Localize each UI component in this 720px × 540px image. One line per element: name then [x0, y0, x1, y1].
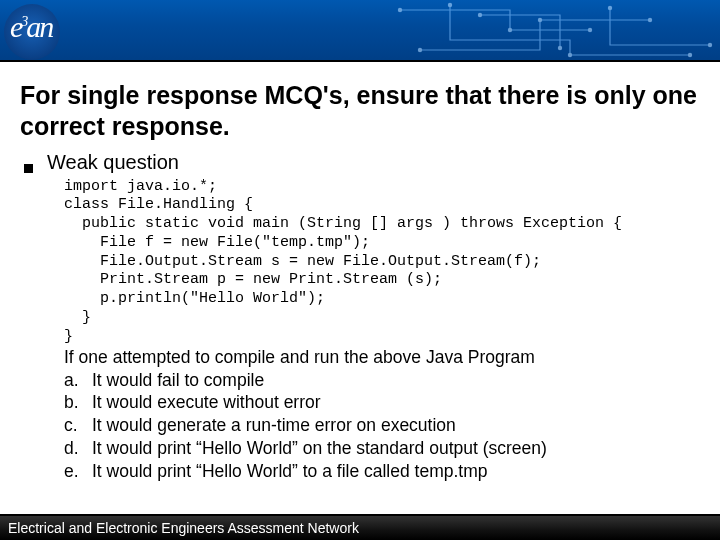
svg-point-0 [508, 28, 512, 32]
option-letter: d. [64, 437, 84, 460]
svg-point-6 [708, 43, 712, 47]
svg-point-7 [558, 46, 562, 50]
circuit-decoration [390, 0, 720, 62]
option-letter: a. [64, 369, 84, 392]
svg-point-2 [538, 18, 542, 22]
option-text: It would generate a run-time error on ex… [92, 414, 456, 437]
option-row: b.It would execute without error [64, 391, 700, 414]
header-band: e3an [0, 0, 720, 62]
square-bullet-icon [24, 164, 33, 173]
option-text: It would print “Hello World” to a file c… [92, 460, 488, 483]
svg-point-8 [398, 8, 402, 12]
subheading: Weak question [47, 151, 179, 174]
svg-point-10 [448, 3, 452, 7]
footer-text: Electrical and Electronic Engineers Asse… [8, 520, 359, 536]
option-letter: b. [64, 391, 84, 414]
question-prompt: If one attempted to compile and run the … [64, 346, 700, 368]
option-letter: e. [64, 460, 84, 483]
svg-point-5 [688, 53, 692, 57]
footer-bar: Electrical and Electronic Engineers Asse… [0, 516, 720, 540]
option-row: a.It would fail to compile [64, 369, 700, 392]
svg-point-1 [588, 28, 592, 32]
option-row: d.It would print “Hello World” on the st… [64, 437, 700, 460]
svg-point-12 [608, 6, 612, 10]
logo-text: e3an [10, 12, 52, 42]
option-letter: c. [64, 414, 84, 437]
option-row: e.It would print “Hello World” to a file… [64, 460, 700, 483]
slide-title: For single response MCQ's, ensure that t… [20, 80, 700, 143]
option-text: It would print “Hello World” on the stan… [92, 437, 547, 460]
svg-point-11 [478, 13, 482, 17]
svg-point-4 [568, 53, 572, 57]
code-block: import java.io.*; class File.Handling { … [64, 178, 700, 347]
svg-point-3 [648, 18, 652, 22]
option-text: It would execute without error [92, 391, 321, 414]
bullet-row: Weak question [24, 151, 700, 174]
svg-point-9 [418, 48, 422, 52]
option-text: It would fail to compile [92, 369, 264, 392]
option-row: c.It would generate a run-time error on … [64, 414, 700, 437]
slide-body: For single response MCQ's, ensure that t… [0, 62, 720, 482]
logo: e3an [4, 4, 92, 66]
options-list: a.It would fail to compileb.It would exe… [64, 369, 700, 483]
